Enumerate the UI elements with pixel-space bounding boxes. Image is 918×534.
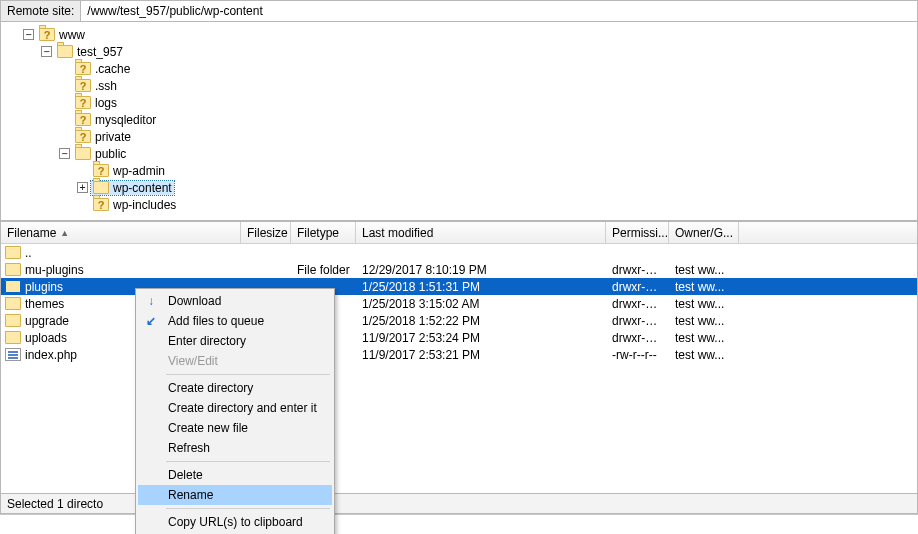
file-owner-cell: test ww...: [669, 297, 739, 311]
tree-item[interactable]: ?wp-admin: [1, 162, 917, 179]
tree-item-label: wp-content: [113, 181, 172, 195]
folder-icon: ?: [75, 96, 91, 109]
file-name-label: themes: [25, 297, 64, 311]
tree-item-label: public: [95, 147, 126, 161]
tree-item[interactable]: ?logs: [1, 94, 917, 111]
menu-refresh[interactable]: Refresh: [138, 438, 332, 458]
menu-create-directory[interactable]: Create directory: [138, 378, 332, 398]
remote-site-input[interactable]: [81, 1, 917, 21]
col-permissions[interactable]: Permissi...: [606, 222, 669, 243]
file-row[interactable]: mu-pluginsFile folder12/29/2017 8:10:19 …: [1, 261, 917, 278]
col-modified[interactable]: Last modified: [356, 222, 606, 243]
file-type-cell: File folder: [291, 263, 356, 277]
folder-icon: ?: [75, 113, 91, 126]
tree-item[interactable]: −test_957: [1, 43, 917, 60]
tree-toggle-icon[interactable]: −: [41, 46, 52, 57]
file-name-label: ..: [25, 246, 32, 260]
file-permissions-cell: -rw-r--r--: [606, 348, 669, 362]
file-modified-cell: 11/9/2017 2:53:24 PM: [356, 331, 606, 345]
tree-item[interactable]: +wp-content: [1, 179, 917, 196]
file-name-label: uploads: [25, 331, 67, 345]
menu-copy-url-s-to-clipboard[interactable]: Copy URL(s) to clipboard: [138, 512, 332, 532]
file-name-label: plugins: [25, 280, 63, 294]
tree-item-label: mysqleditor: [95, 113, 156, 127]
menu-label: Enter directory: [168, 334, 246, 348]
tree-item-label: www: [59, 28, 85, 42]
tree-folder[interactable]: ?.cache: [73, 62, 132, 76]
folder-icon: [57, 45, 73, 58]
file-permissions-cell: drwxr-xr-x: [606, 314, 669, 328]
menu-delete[interactable]: Delete: [138, 465, 332, 485]
tree-folder[interactable]: ?logs: [73, 96, 119, 110]
file-name-label: mu-plugins: [25, 263, 84, 277]
folder-icon: ?: [93, 198, 109, 211]
col-filesize[interactable]: Filesize: [241, 222, 291, 243]
file-owner-cell: test ww...: [669, 348, 739, 362]
tree-folder[interactable]: test_957: [55, 45, 125, 59]
menu-label: View/Edit: [168, 354, 218, 368]
question-mark-icon: ?: [75, 113, 91, 126]
sort-ascending-icon: ▲: [60, 228, 69, 238]
folder-icon: [5, 331, 21, 344]
col-filetype[interactable]: Filetype: [291, 222, 356, 243]
menu-rename[interactable]: Rename: [138, 485, 332, 505]
tree-item[interactable]: −?www: [1, 26, 917, 43]
tree-item[interactable]: ?.cache: [1, 60, 917, 77]
file-row[interactable]: ..: [1, 244, 917, 261]
folder-icon: [5, 263, 21, 276]
tree-folder[interactable]: wp-content: [91, 181, 174, 195]
tree-folder[interactable]: ?.ssh: [73, 79, 119, 93]
menu-create-new-file[interactable]: Create new file: [138, 418, 332, 438]
tree-folder[interactable]: ?mysqleditor: [73, 113, 158, 127]
menu-enter-directory[interactable]: Enter directory: [138, 331, 332, 351]
folder-icon: [5, 280, 21, 293]
question-mark-icon: ?: [75, 96, 91, 109]
remote-site-bar: Remote site:: [0, 0, 918, 22]
file-modified-cell: 12/29/2017 8:10:19 PM: [356, 263, 606, 277]
col-filename-label: Filename: [7, 226, 56, 240]
file-modified-cell: 1/25/2018 1:52:22 PM: [356, 314, 606, 328]
menu-icon: ↓: [143, 294, 159, 308]
menu-label: Download: [168, 294, 221, 308]
menu-view-edit: View/Edit: [138, 351, 332, 371]
tree-folder[interactable]: ?private: [73, 130, 133, 144]
tree-item-label: .cache: [95, 62, 130, 76]
tree-toggle-icon[interactable]: −: [23, 29, 34, 40]
folder-icon: [93, 181, 109, 194]
menu-create-directory-and-enter-it[interactable]: Create directory and enter it: [138, 398, 332, 418]
tree-item-label: wp-includes: [113, 198, 176, 212]
menu-separator: [166, 508, 330, 509]
tree-item[interactable]: ?wp-includes: [1, 196, 917, 213]
remote-site-label: Remote site:: [1, 1, 81, 21]
folder-icon: [75, 147, 91, 160]
tree-item-label: logs: [95, 96, 117, 110]
tree-item[interactable]: −public: [1, 145, 917, 162]
tree-toggle-icon[interactable]: −: [59, 148, 70, 159]
php-file-icon: [5, 348, 21, 361]
tree-toggle-icon[interactable]: +: [77, 182, 88, 193]
menu-icon: ↙: [143, 314, 159, 328]
file-name-cell: ..: [1, 246, 241, 260]
folder-icon: [5, 314, 21, 327]
tree-folder[interactable]: ?wp-admin: [91, 164, 167, 178]
tree-folder[interactable]: public: [73, 147, 128, 161]
tree-folder[interactable]: ?www: [37, 28, 87, 42]
tree-item[interactable]: ?.ssh: [1, 77, 917, 94]
tree-item[interactable]: ?private: [1, 128, 917, 145]
remote-tree[interactable]: −?www−test_957?.cache?.ssh?logs?mysqledi…: [0, 22, 918, 220]
question-mark-icon: ?: [75, 130, 91, 143]
context-menu[interactable]: ↓Download↙Add files to queueEnter direct…: [135, 288, 335, 534]
tree-folder[interactable]: ?wp-includes: [91, 198, 178, 212]
tree-item-label: private: [95, 130, 131, 144]
tree-item-label: test_957: [77, 45, 123, 59]
question-mark-icon: ?: [93, 164, 109, 177]
col-filename[interactable]: Filename ▲: [1, 222, 241, 243]
folder-icon: ?: [93, 164, 109, 177]
menu-add-files-to-queue[interactable]: ↙Add files to queue: [138, 311, 332, 331]
menu-label: Create new file: [168, 421, 248, 435]
col-owner[interactable]: Owner/G...: [669, 222, 739, 243]
file-permissions-cell: drwxr-xr-x: [606, 331, 669, 345]
folder-icon: ?: [39, 28, 55, 41]
tree-item[interactable]: ?mysqleditor: [1, 111, 917, 128]
menu-download[interactable]: ↓Download: [138, 291, 332, 311]
